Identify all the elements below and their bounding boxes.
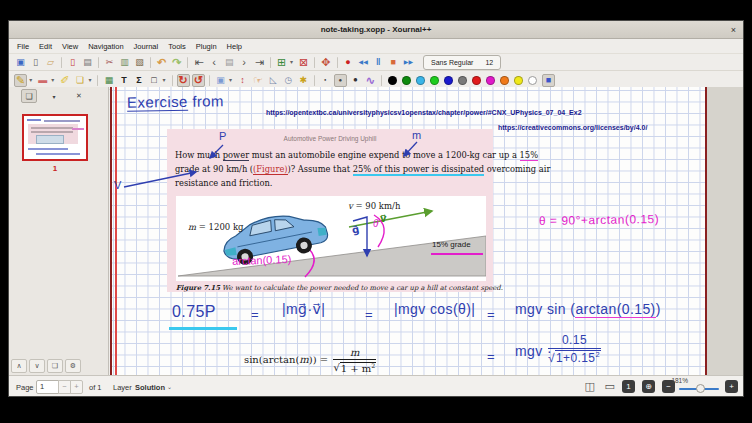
add-page-icon[interactable]: ⊞ [275,56,288,69]
size-thick-icon[interactable]: ● [349,74,362,87]
shape-tool-icon[interactable]: □ [147,74,160,87]
shape-dropdown-icon[interactable]: ▾ [160,74,167,87]
color-white[interactable] [528,76,537,85]
duplicate-page-icon[interactable]: ❏ [47,359,63,373]
exercise-box: Automotive Power Driving Uphill P m How … [167,129,493,292]
highlighter-tool-icon[interactable]: ✐ [58,74,71,87]
paste-icon[interactable]: ▧ [133,56,146,69]
size-medium-icon[interactable]: ● [334,74,347,87]
eraser-dropdown-icon[interactable]: ▾ [49,74,56,87]
setsquare-icon[interactable]: ◺ [267,74,280,87]
save-icon[interactable]: ▣ [14,56,27,69]
zoom-in-button[interactable]: + [725,380,738,393]
layer-dropdown-icon[interactable]: ⌄ [167,383,172,390]
close-icon[interactable]: × [731,21,736,38]
pen-tool-icon[interactable]: ✎ [14,74,27,87]
color-yellow[interactable] [514,76,523,85]
stop-icon[interactable]: ■ [387,56,400,69]
color-gray[interactable] [458,76,467,85]
hw-term2: |mgv cos(θ)| [394,301,475,317]
status-bar: Page 1 − + of 1 Layer Solution ⌄ ◫ ▭ 1 ⊕… [9,375,743,396]
snap-grid-icon[interactable]: ↺ [192,74,205,87]
select-object-icon[interactable]: ❏ [73,74,86,87]
compass-icon[interactable]: ◷ [282,74,295,87]
first-page-icon[interactable]: ⇤ [192,56,205,69]
preview-pane-icon[interactable]: ❏ [21,89,37,103]
page-spinner-icon[interactable]: ▤ [223,56,236,69]
cut-icon[interactable]: ✂ [103,56,116,69]
settings-gear-icon[interactable]: ⚙ [65,359,81,373]
eraser-tool-icon[interactable]: ▬ [36,74,49,87]
menu-plugin[interactable]: Plugin [191,42,222,51]
layer-label: Layer [113,383,132,392]
open-folder-icon[interactable]: ▱ [44,56,57,69]
color-chooser-icon[interactable]: ■ [542,74,555,87]
next-page-icon[interactable]: › [238,56,251,69]
sidebar-up-icon[interactable]: ∧ [11,359,27,373]
color-green[interactable] [430,76,439,85]
sidebar-down-icon[interactable]: ∨ [29,359,45,373]
zoom-slider-thumb[interactable] [696,384,705,393]
title-bar[interactable]: note-taking.xopp - Xournal++ × [9,21,743,39]
delete-page-icon[interactable]: ⊠ [297,56,310,69]
text-tool-icon[interactable]: T [117,74,130,87]
font-selector[interactable]: Sans Regular 12 [423,55,501,70]
previous-page-icon[interactable]: ‹ [208,56,221,69]
two-page-view-icon[interactable]: ◫ [585,380,595,393]
copy-icon[interactable]: ▥ [118,56,131,69]
menu-journal[interactable]: Journal [129,42,164,51]
fast-forward-icon[interactable]: ▶▶ [402,56,415,69]
fullscreen-icon[interactable]: ✥ [319,56,332,69]
selection-type-icon[interactable]: ▣ [214,74,227,87]
default-tool-icon[interactable]: ✱ [297,74,310,87]
layer-selector[interactable]: Solution [135,383,165,392]
insert-image-icon[interactable]: ▦ [102,74,115,87]
export-pdf-icon[interactable]: ▯ [66,56,79,69]
thumb-magenta-stroke [72,128,84,130]
menu-edit[interactable]: Edit [34,42,57,51]
velocity-label: v = 90 km/h [348,201,400,211]
menu-file[interactable]: File [12,42,34,51]
undo-icon[interactable]: ↶ [155,56,168,69]
menu-view[interactable]: View [57,42,83,51]
license-link[interactable]: https://creativecommons.org/licenses/by/… [498,124,647,131]
size-fine-icon[interactable]: ● [319,74,332,87]
color-magenta[interactable] [486,76,495,85]
menu-tools[interactable]: Tools [163,42,191,51]
exercise-line-3: resistance and friction. [175,178,272,188]
shape-recognizer-icon[interactable]: ∿ [364,74,377,87]
color-black[interactable] [388,76,397,85]
figure-link[interactable]: (Figure) [253,164,287,175]
color-red[interactable] [472,76,481,85]
color-orange[interactable] [500,76,509,85]
last-page-icon[interactable]: ⇥ [253,56,266,69]
source-link[interactable]: https://opentextbc.ca/universityphysicsv… [266,109,582,116]
color-blue[interactable] [444,76,453,85]
page-increment-button[interactable]: + [70,380,83,394]
add-page-dropdown-icon[interactable]: ▾ [288,56,295,69]
fit-page-button[interactable]: 1 [622,380,635,393]
new-document-icon[interactable]: ▯ [29,56,42,69]
selection-dropdown-icon[interactable]: ▾ [227,74,234,87]
color-dark-green[interactable] [402,76,411,85]
pause-icon[interactable]: ‖ [372,56,385,69]
print-icon[interactable]: ▤ [81,56,94,69]
pen-dropdown-icon[interactable]: ▾ [27,74,34,87]
page-thumbnail[interactable] [22,114,88,161]
menu-help[interactable]: Help [222,42,247,51]
hand-tool-icon[interactable]: ☞ [251,74,265,87]
menu-navigation[interactable]: Navigation [83,42,128,51]
sidebar-collapse-icon[interactable]: ▾ [46,89,62,103]
vertical-space-icon[interactable]: ↕ [236,74,249,87]
record-audio-icon[interactable]: ● [342,56,355,69]
select-dropdown-icon[interactable]: ▾ [86,74,93,87]
color-light-blue[interactable] [416,76,425,85]
rewind-icon[interactable]: ◀◀ [357,56,370,69]
sidebar-close-icon[interactable]: ✕ [71,89,87,103]
math-tex-icon[interactable]: Σ [132,74,145,87]
zoom-fit-button[interactable]: ⊕ [642,380,655,393]
presentation-mode-icon[interactable]: ▭ [605,380,615,393]
page-number-input[interactable]: 1 [36,380,59,394]
redo-icon[interactable]: ↷ [170,56,183,69]
snap-rotation-icon[interactable]: ↻ [177,74,190,87]
